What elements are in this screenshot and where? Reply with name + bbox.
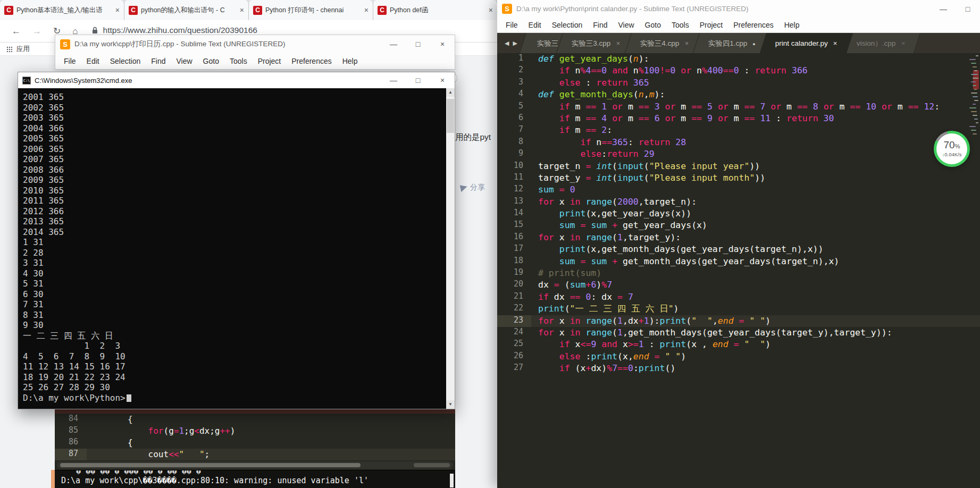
minimize-button[interactable]: — [381, 40, 406, 48]
code-text: { [87, 414, 133, 425]
scrollbar-thumb[interactable] [60, 463, 361, 467]
tab-close-icon[interactable]: × [616, 33, 621, 53]
share-button[interactable]: 分享 [460, 183, 485, 192]
tab-close-icon[interactable]: × [901, 33, 906, 53]
menu-item-preferences[interactable]: Preferences [728, 21, 778, 29]
menu-item-file[interactable]: File [58, 57, 81, 65]
menu-item-edit[interactable]: Edit [81, 57, 105, 65]
minimap-viewport [973, 70, 979, 89]
code-line: 10target_n = int(input("Please input yea… [497, 161, 980, 172]
menu-item-tools[interactable]: Tools [666, 21, 694, 29]
browser-tab[interactable]: CPython 打印语句 - chennai× [249, 0, 373, 20]
code-text: target_y = int(input("Please input month… [531, 172, 765, 184]
code-line: 6 if m == 4 or m == 6 or m == 9 or m == … [497, 113, 980, 124]
scrollbar-thumb[interactable] [447, 99, 454, 133]
close-button[interactable]: × [430, 76, 455, 85]
url-text[interactable]: https://www.zhihu.com/question/20390166 [103, 26, 257, 35]
tab-close-icon[interactable]: × [240, 6, 244, 14]
editor-tab[interactable]: 实验三3.cpp× [556, 33, 635, 53]
editor-tab[interactable]: vision）.cpp× [841, 33, 920, 53]
minimap-line [973, 115, 977, 116]
cpp-editor[interactable]: 84 {85 for(g=1;g<dx;g++)86 {87 cout<<" "… [55, 414, 455, 460]
code-text: if m == 2: [531, 124, 612, 136]
cmd-titlebar[interactable]: C:\ C:\Windows\System32\cmd.exe — □ × [18, 72, 455, 88]
code-line: 25 if x<=9 and x>=1 : print(x , end = " … [497, 339, 980, 350]
apps-grid-icon[interactable] [6, 46, 12, 52]
menu-item-goto[interactable]: Goto [640, 21, 666, 29]
editor-tab[interactable]: 实验四1.cpp● [693, 33, 771, 53]
tab-scroll-left-icon[interactable]: ◀ [505, 40, 509, 47]
cmd-scrollbar[interactable]: ▲ ▼ [446, 88, 455, 409]
maximize-button[interactable]: □ [406, 40, 430, 48]
back-icon[interactable]: ← [12, 26, 21, 37]
sublime-right-titlebar[interactable]: S D:\a my work\Python\print calander.py … [497, 0, 980, 18]
editor-top-strip [55, 409, 455, 414]
menu-item-file[interactable]: File [500, 21, 523, 29]
python-editor[interactable]: 1def get_year_days(n):2 if n%4==0 and n%… [497, 53, 980, 488]
menu-item-view[interactable]: View [171, 57, 198, 65]
minimize-button[interactable]: — [931, 5, 956, 13]
horizontal-scrollbar[interactable] [57, 461, 453, 469]
sublime-left-titlebar[interactable]: S D:\a my work\cpp\打印日历.cpp - Sublime Te… [55, 35, 455, 53]
maximize-button[interactable]: □ [406, 76, 430, 85]
menu-item-preferences[interactable]: Preferences [286, 57, 337, 65]
menu-item-selection[interactable]: Selection [105, 57, 146, 65]
code-line: 17 print(x,get_month_days(get_year_days(… [497, 243, 980, 255]
minimap-line [969, 126, 976, 127]
tab-close-icon[interactable]: × [489, 6, 493, 14]
scroll-up-icon[interactable]: ▲ [446, 88, 455, 97]
code-text: sum = sum + get_year_days(x) [531, 220, 707, 231]
tab-scroll-right-icon[interactable]: ▶ [513, 40, 517, 47]
menu-item-project[interactable]: Project [694, 21, 728, 29]
menu-item-goto[interactable]: Goto [198, 57, 224, 65]
line-number: 25 [497, 339, 531, 350]
code-line: 26 else :print(x,end = " ") [497, 351, 980, 363]
line-number: 87 [55, 449, 87, 460]
menu-item-help[interactable]: Help [779, 21, 805, 29]
csdn-favicon: C [129, 6, 138, 15]
console-scrollbar[interactable] [450, 474, 454, 487]
editor-tab[interactable]: print calander.py× [759, 33, 852, 53]
scroll-down-icon[interactable]: ▼ [446, 400, 455, 409]
tab-close-icon[interactable]: × [115, 6, 120, 14]
menu-item-find[interactable]: Find [146, 57, 171, 65]
forward-icon[interactable]: → [32, 26, 41, 37]
code-text: for(g=1;g<dx;g++) [87, 425, 235, 437]
tab-close-icon[interactable]: × [684, 33, 689, 53]
code-text: else:return 29 [531, 148, 655, 160]
minimap[interactable] [970, 55, 980, 151]
browser-tab[interactable]: CPython基本语法_输入/输出语× [0, 0, 124, 20]
minimize-button[interactable]: — [381, 76, 406, 85]
browser-tab[interactable]: CPython def函× [373, 0, 498, 20]
menu-item-project[interactable]: Project [253, 57, 287, 65]
close-button[interactable]: × [430, 40, 455, 48]
editor-tab[interactable]: 实验三4.cpp× [624, 33, 703, 53]
minimap-line [974, 70, 977, 71]
system-monitor-ball[interactable]: 70% ↓0.04K/s [934, 131, 970, 167]
csdn-favicon: C [378, 6, 387, 15]
code-text: print(x,get_month_days(get_year_days(tar… [531, 243, 823, 255]
browser-tab[interactable]: Cpython的输入和输出语句 - C× [124, 0, 249, 20]
tab-close-icon[interactable]: × [364, 6, 368, 14]
sublime-left-menubar: FileEditSelectionFindViewGotoToolsProjec… [55, 53, 455, 69]
menu-item-edit[interactable]: Edit [523, 21, 547, 29]
sublime-left-window: S D:\a my work\cpp\打印日历.cpp - Sublime Te… [55, 35, 455, 70]
line-number: 3 [497, 77, 531, 89]
console-warning-line: D:\a my work\cpp\��3����.cpp:80:10: warn… [55, 475, 455, 486]
tab-close-icon[interactable]: × [833, 33, 837, 53]
code-text: sum = sum + get_month_days(get_year_days… [531, 256, 839, 267]
minimap-line [973, 133, 977, 134]
scrollbar-thumb-right[interactable] [414, 463, 450, 467]
maximize-button[interactable]: □ [956, 5, 980, 13]
menu-item-find[interactable]: Find [588, 21, 613, 29]
editor-tab-label: 实验三 [537, 33, 559, 53]
apps-label[interactable]: 应用 [16, 45, 30, 54]
menu-item-tools[interactable]: Tools [224, 57, 253, 65]
sublime-right-window: S D:\a my work\Python\print calander.py … [497, 0, 980, 488]
line-number: 10 [497, 161, 531, 172]
line-number: 15 [497, 220, 531, 231]
menu-item-view[interactable]: View [613, 21, 640, 29]
menu-item-help[interactable]: Help [337, 57, 363, 65]
menu-item-selection[interactable]: Selection [547, 21, 588, 29]
line-number: 14 [497, 208, 531, 220]
